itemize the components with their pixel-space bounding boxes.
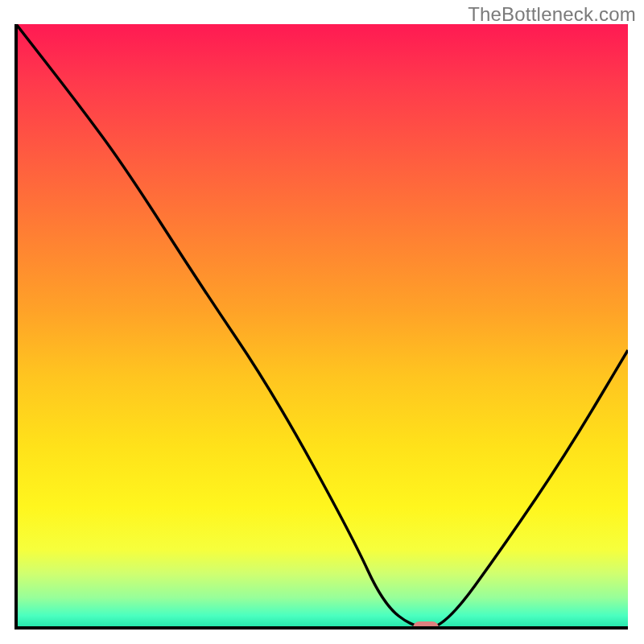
watermark-text: TheBottleneck.com xyxy=(468,3,636,26)
plot-area xyxy=(16,24,628,628)
line-chart-svg xyxy=(16,24,628,628)
y-axis-line xyxy=(14,24,18,630)
curve-path xyxy=(16,24,628,628)
chart-container: TheBottleneck.com xyxy=(0,0,644,644)
x-axis-line xyxy=(14,626,628,630)
